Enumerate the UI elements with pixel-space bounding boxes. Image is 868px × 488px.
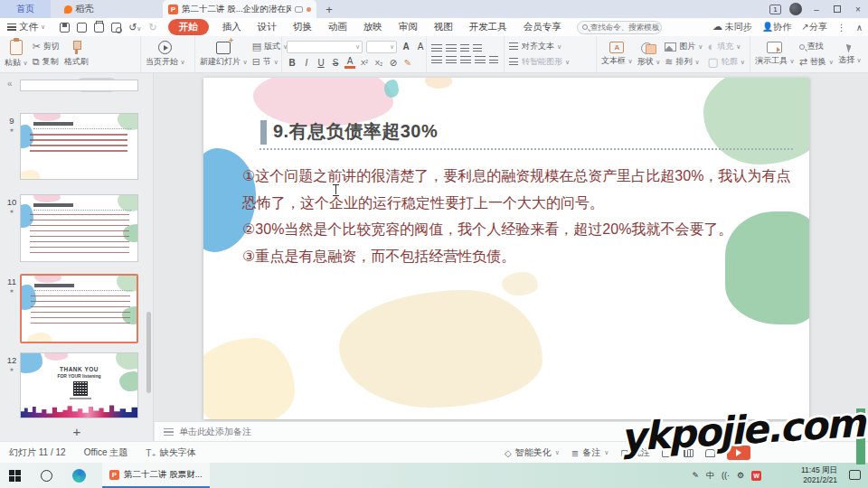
paste-button[interactable]: 粘贴 ∨: [5, 37, 28, 71]
tab-docer[interactable]: 稻壳: [51, 0, 107, 18]
pen-tray-icon[interactable]: ✎: [692, 471, 699, 480]
new-tab-button[interactable]: +: [316, 0, 342, 18]
slide-thumbnail-12[interactable]: THANK YOU FOR YOUR listening: [20, 352, 138, 418]
textbox-button[interactable]: A 文本框 ∨: [601, 37, 633, 71]
undo-icon[interactable]: ↺∨: [128, 22, 141, 33]
window-count-badge[interactable]: 1: [769, 5, 781, 14]
user-avatar[interactable]: [789, 3, 802, 15]
align-center-icon[interactable]: [446, 56, 457, 64]
ribbon-tab-animation[interactable]: 动画: [328, 21, 347, 33]
grow-font-button[interactable]: A: [401, 42, 411, 52]
ribbon-tab-view[interactable]: 视图: [434, 21, 453, 33]
number-list-icon[interactable]: [446, 44, 457, 52]
align-text-button[interactable]: 对齐文本∨: [522, 41, 561, 52]
arrange-button[interactable]: ≋排列∨: [665, 56, 703, 68]
settings-tray-icon[interactable]: ⚙: [737, 471, 744, 480]
taskbar-app-wps[interactable]: P 第二十二讲 股票财...: [102, 463, 210, 488]
ribbon-tab-member[interactable]: 会员专享: [524, 21, 561, 33]
taskbar-search-icon[interactable]: [41, 470, 52, 482]
align-right-icon[interactable]: [460, 56, 471, 64]
slide-thumbnail-9[interactable]: [20, 113, 138, 180]
ribbon-tab-slideshow[interactable]: 放映: [363, 21, 382, 33]
underline-button[interactable]: U: [316, 58, 326, 68]
line-spacing-icon[interactable]: [509, 42, 518, 51]
shrink-font-button[interactable]: A: [415, 42, 426, 52]
edge-browser-icon[interactable]: [72, 469, 86, 483]
distribute-icon[interactable]: [489, 56, 498, 64]
collapse-ribbon-icon[interactable]: ∧: [856, 23, 863, 33]
new-slide-button[interactable]: 新建幻灯片 ∨: [200, 37, 248, 71]
collapse-panel-button[interactable]: «: [7, 79, 13, 89]
search-input[interactable]: [590, 23, 661, 32]
maximize-button[interactable]: [831, 5, 844, 14]
ribbon-tab-transition[interactable]: 切换: [293, 21, 312, 33]
missing-font-indicator[interactable]: T₊缺失字体: [146, 446, 195, 459]
replace-button[interactable]: ⇄替换∨: [799, 56, 834, 68]
decrease-indent-icon[interactable]: [460, 44, 469, 52]
text-effect-icon[interactable]: ✎: [402, 58, 413, 68]
slide-editor[interactable]: 9.有息负债率超30% ①这个问题之前讲的很清楚了，要利息的融资规模在总资产里占…: [203, 78, 809, 419]
slide-thumbnail-11-selected[interactable]: [20, 274, 138, 343]
ribbon-tab-start[interactable]: 开始: [168, 19, 209, 35]
print-preview-icon[interactable]: [111, 23, 121, 33]
theme-name[interactable]: Office 主题: [84, 446, 128, 459]
picture-button[interactable]: 图片∨: [665, 41, 703, 52]
export-icon[interactable]: [77, 23, 87, 33]
font-size-select[interactable]: ∨: [366, 41, 397, 53]
collaborate-button[interactable]: 👤协作: [762, 21, 791, 33]
slide-thumbnail-partial[interactable]: [20, 80, 138, 91]
file-menu[interactable]: 文件 ∨: [0, 21, 52, 33]
close-button[interactable]: ×: [852, 5, 864, 14]
wps-tray-icon[interactable]: W: [751, 471, 761, 481]
sidebar-scrollbar[interactable]: [146, 312, 151, 393]
align-left-icon[interactable]: [431, 56, 442, 64]
strikethrough-button[interactable]: S: [330, 58, 341, 68]
notes-toggle-button[interactable]: ≣备注∨: [571, 446, 609, 459]
bold-button[interactable]: B: [287, 58, 297, 68]
slide-body-text[interactable]: ①这个问题之前讲的很清楚了，要利息的融资规模在总资产里占比超30%，我认为有点恐…: [242, 163, 801, 269]
slide-thumbnail-10[interactable]: [20, 194, 138, 262]
tab-home[interactable]: 首页: [0, 0, 51, 18]
copy-button[interactable]: ⧉复制: [33, 56, 60, 68]
redo-icon[interactable]: ↻: [148, 22, 156, 33]
add-slide-button[interactable]: +: [0, 424, 154, 439]
cut-button[interactable]: ✂剪切: [33, 41, 60, 52]
save-icon[interactable]: [60, 23, 70, 33]
taskbar-clock[interactable]: 11:45 周日 2021/2/21: [801, 465, 837, 485]
print-icon[interactable]: [94, 23, 104, 33]
smart-beautify-button[interactable]: ◇智能美化∨: [505, 446, 560, 459]
format-painter-button[interactable]: 格式刷: [64, 37, 89, 71]
shapes-button[interactable]: 形状 ∨: [637, 37, 661, 71]
start-button[interactable]: [9, 470, 21, 482]
sync-status[interactable]: ☁ 未同步: [712, 21, 752, 33]
italic-button[interactable]: I: [301, 58, 312, 68]
play-from-current-button[interactable]: 当页开始 ∨: [146, 37, 185, 71]
ribbon-tab-review[interactable]: 审阅: [399, 21, 418, 33]
tab-document[interactable]: P 第二十二讲 股...企业的潜在风险: [163, 0, 316, 18]
present-tools-button[interactable]: 演示工具 ∨: [755, 37, 795, 71]
align-justify-icon[interactable]: [475, 56, 486, 64]
fill-button[interactable]: ◐填充∨: [707, 41, 744, 52]
clear-format-icon[interactable]: ⊘: [388, 58, 399, 68]
superscript-button[interactable]: X²: [359, 59, 370, 67]
action-center-icon[interactable]: [849, 470, 861, 480]
ribbon-tab-design[interactable]: 设计: [258, 21, 277, 33]
ribbon-tab-developer[interactable]: 开发工具: [469, 21, 507, 33]
font-name-select[interactable]: ∨: [287, 41, 363, 53]
input-method-icon[interactable]: 中: [706, 470, 714, 482]
more-options-icon[interactable]: ⋮: [837, 23, 846, 33]
spacing-icon[interactable]: [509, 58, 518, 66]
font-color-button[interactable]: A: [344, 57, 355, 69]
share-button[interactable]: ↗分享: [801, 21, 826, 33]
minimize-button[interactable]: –: [810, 5, 823, 14]
increase-indent-icon[interactable]: [473, 44, 482, 52]
bullet-list-icon[interactable]: [431, 44, 442, 52]
subscript-button[interactable]: X₂: [373, 59, 384, 67]
network-icon[interactable]: ((·: [722, 471, 730, 480]
command-search[interactable]: [577, 21, 662, 34]
ribbon-tab-insert[interactable]: 插入: [222, 21, 241, 33]
select-button[interactable]: 选择 ∨: [838, 37, 862, 71]
find-button[interactable]: 查找: [799, 41, 834, 52]
slide-title[interactable]: 9.有息负债率超30%: [273, 119, 438, 144]
convert-smartart-button[interactable]: 转智能图形∨: [522, 56, 570, 68]
